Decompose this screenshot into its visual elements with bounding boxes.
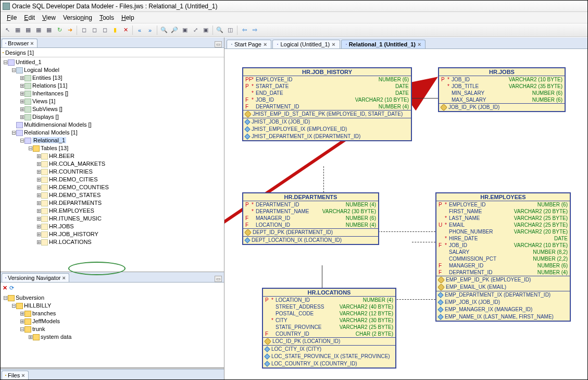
index-icon [437, 307, 443, 312]
last-icon[interactable]: » [145, 26, 155, 35]
entity-employees[interactable]: HR.EMPLOYEES P*EMPLOYEE_IDNUMBER (6)FIRS… [435, 192, 571, 322]
close-icon[interactable]: × [62, 275, 66, 281]
tree-item[interactable]: ⊞Displays [] [3, 113, 223, 121]
column-row: *JOB_TITLEVARCHAR2 (35 BYTE) [439, 83, 565, 90]
tree-item[interactable]: ⊞JeffModels [3, 317, 223, 325]
index-row: JHIST_JOB_IX (JOB_ID) [243, 118, 411, 126]
close-icon[interactable]: × [264, 41, 267, 47]
win1-icon[interactable]: ◻ [79, 26, 89, 35]
menu-versioning[interactable]: Versioning [60, 13, 95, 22]
column-row: PHONE_NUMBERVARCHAR2 (20 BYTE) [436, 228, 570, 235]
layers-icon[interactable]: ◫ [226, 26, 235, 35]
next-icon[interactable]: ⇨ [250, 26, 259, 35]
fit3-icon[interactable]: ▣ [201, 26, 210, 35]
multidim-icon [16, 122, 23, 128]
tree-icon [24, 91, 31, 97]
menu-view[interactable]: View [39, 13, 59, 22]
tree-table-item[interactable]: ⊞HR.COUNTRIES [3, 168, 223, 176]
versioning-tab[interactable]: Versioning Navigator × [2, 273, 69, 282]
pointer-icon[interactable]: ↖ [3, 26, 12, 35]
column-row: F*JOB_IDVARCHAR2 (10 BYTE) [436, 242, 570, 249]
tree-table-item[interactable]: ⊞HR.DEMO_CITIES [3, 176, 223, 183]
tree-table-item[interactable]: ⊞HR.BEER [3, 152, 223, 160]
menu-file[interactable]: File [4, 13, 20, 22]
tree-table-item[interactable]: ⊞HR.DEPARTMENTS [3, 199, 223, 207]
tree-item[interactable]: ⊟trunk [3, 325, 223, 333]
tree-table-item[interactable]: ⊞HR.LOCATIONS [3, 238, 223, 246]
minimize-icon[interactable]: ▭ [215, 41, 222, 47]
column-row: FCOUNTRY_IDCHAR (2 BYTE) [263, 330, 395, 337]
grid4-icon[interactable]: ▦ [44, 26, 54, 35]
fit2-icon[interactable]: ⤢ [191, 26, 200, 35]
delete-icon[interactable]: ✕ [121, 26, 130, 35]
column-row: U*EMAILVARCHAR2 (25 BYTE) [436, 222, 570, 228]
tree-item[interactable]: ⊞branches [3, 310, 223, 317]
tree-table-item[interactable]: ⊞HR.COLA_MARKETS [3, 160, 223, 168]
browser-tab[interactable]: Browser × [2, 39, 37, 47]
menu-tools[interactable]: Tools [96, 13, 117, 22]
diagram-canvas[interactable]: HR.JOB_HISTORY PF*EMPLOYEE_IDNUMBER (6)P… [224, 49, 587, 379]
win2-icon[interactable]: ◻ [90, 26, 99, 35]
window-title: Oracle SQL Developer Data Modeler - File… [12, 3, 217, 10]
close-icon[interactable]: × [332, 41, 335, 47]
tab-start-page[interactable]: Start Page× [227, 40, 271, 48]
tree-item[interactable]: ⊞Entities [13] [3, 74, 223, 82]
files-icon [5, 375, 6, 376]
win3-icon[interactable]: ◻ [100, 26, 109, 35]
first-icon[interactable]: « [135, 26, 144, 35]
close-icon[interactable]: × [418, 41, 421, 47]
refresh-icon[interactable]: ↻ [55, 26, 64, 35]
zoom-out-icon[interactable]: 🔎 [170, 26, 179, 35]
grid2-icon[interactable]: ▦ [23, 26, 33, 35]
files-tab[interactable]: Files × [2, 371, 29, 379]
designs-header[interactable]: Designs [1] [1, 48, 224, 57]
toolbar: ↖ ▦ ▦ ▦ ▦ ↻ ➜ ◻ ◻ ◻ ▮ ✕ « » 🔍 🔎 ▣ ⤢ ▣ 🔍 … [1, 23, 587, 37]
column-row: MIN_SALARYNUMBER (6) [439, 90, 565, 96]
tree-item[interactable]: ⊞Views [1] [3, 97, 223, 105]
tree-table-item[interactable]: ⊞HR.DEMO_STATES [3, 191, 223, 199]
index-icon [244, 237, 250, 243]
tab-logical[interactable]: Logical (Untitled_1)× [272, 40, 340, 48]
index-icon [244, 126, 250, 132]
close-icon[interactable]: × [21, 372, 24, 378]
prev-icon[interactable]: ⇦ [240, 26, 249, 35]
entity-jobs[interactable]: HR.JOBS P*JOB_IDVARCHAR2 (10 BYTE)*JOB_T… [438, 67, 566, 112]
menu-help[interactable]: Help [118, 13, 137, 22]
entity-departments[interactable]: HR.DEPARTMENTS P*DEPARTMENT_IDNUMBER (4)… [242, 192, 379, 245]
tree-item[interactable]: ⊞SubViews [] [3, 105, 223, 113]
folder-icon [24, 318, 31, 325]
grid-icon[interactable]: ▦ [13, 26, 22, 35]
note-icon[interactable]: ▮ [110, 26, 120, 35]
tree-table-item[interactable]: ⊞HR.ITUNES_MUSIC [3, 215, 223, 223]
close-icon[interactable]: × [30, 40, 33, 46]
entity-locations[interactable]: HR.LOCATIONS P*LOCATION_IDNUMBER (4)STRE… [262, 288, 396, 369]
column-row: FDEPARTMENT_IDNUMBER (4) [436, 269, 570, 276]
tree-table-item[interactable]: ⊞HR.EMPLOYEES [3, 207, 223, 215]
index-icon [264, 353, 270, 359]
fit-icon[interactable]: ▣ [180, 26, 190, 35]
document-tabs: Start Page× Logical (Untitled_1)× Relati… [224, 38, 587, 49]
menu-edit[interactable]: Edit [21, 13, 38, 22]
browser-tree[interactable]: ⊟Untitled_1 ⊟Logical Model ⊞Entities [13… [1, 57, 224, 272]
versioning-tree[interactable]: ⊟Subversion ⊟HILLBILLY ⊞branches⊞JeffMod… [1, 293, 224, 367]
left-column: Browser × ▭ Designs [1] ⊟Untitled_1 ⊟Log… [1, 38, 224, 379]
tree-table-item[interactable]: ⊞HR.JOB_HISTORY [3, 230, 223, 238]
find-icon[interactable]: 🔍 [215, 26, 224, 35]
grid3-icon[interactable]: ▦ [34, 26, 43, 35]
zoom-in-icon[interactable]: 🔍 [159, 26, 169, 35]
entity-job-history[interactable]: HR.JOB_HISTORY PF*EMPLOYEE_IDNUMBER (6)P… [242, 67, 412, 141]
page-icon [231, 44, 232, 45]
tree-table-item[interactable]: ⊞HR.JOBS [3, 223, 223, 230]
delete-icon[interactable]: ✕ [3, 285, 7, 291]
refresh-icon[interactable]: ⟳ [9, 285, 14, 291]
relational-icon [24, 138, 31, 144]
tree-item[interactable]: ⊞Relations [11] [3, 82, 223, 90]
tree-icon [24, 114, 31, 120]
minimize-icon[interactable]: ▭ [215, 276, 222, 282]
tab-relational[interactable]: Relational_1 (Untitled_1)× [341, 40, 426, 48]
tree-item[interactable]: ⊞Inheritances [] [3, 90, 223, 97]
column-row: STREET_ADDRESSVARCHAR2 (40 BYTE) [263, 303, 395, 310]
arrow-icon[interactable]: ➜ [65, 26, 74, 35]
tree-table-item[interactable]: ⊞HR.DEMO_COUNTIES [3, 183, 223, 191]
column-row: PF*EMPLOYEE_IDNUMBER (6) [243, 76, 411, 83]
